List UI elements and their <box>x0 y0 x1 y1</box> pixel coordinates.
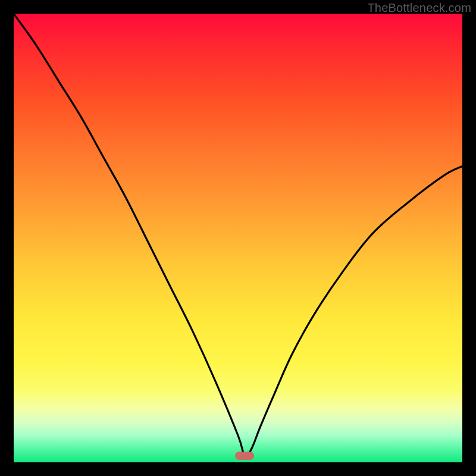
curve-path <box>14 14 462 456</box>
watermark-text: TheBottleneck.com <box>367 1 471 15</box>
bottleneck-curve <box>14 14 462 462</box>
minimum-marker <box>235 452 254 460</box>
chart-stage: TheBottleneck.com <box>0 0 476 476</box>
plot-area <box>14 14 462 462</box>
